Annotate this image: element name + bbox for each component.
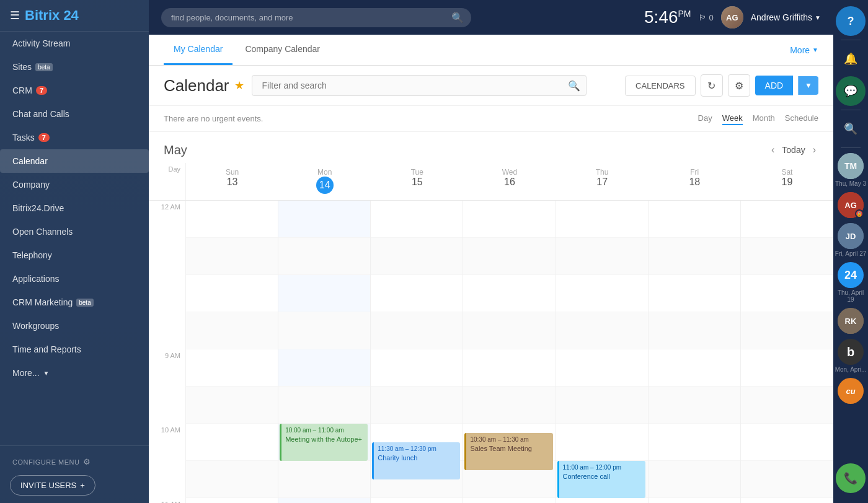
chat-button[interactable]: 💬	[836, 76, 866, 106]
flag-badge[interactable]: 🏳 0	[699, 13, 714, 22]
calendar-grid-scroll[interactable]: May ‹ Today › Day Sun 13 Mon 14	[149, 132, 833, 503]
event-conference-call[interactable]: 11:00 am – 12:00 pm Conference call	[557, 461, 645, 498]
activity-label-4: Thu, April 19	[833, 289, 868, 303]
avatar-6: b	[838, 339, 864, 365]
sidebar-item-telephony[interactable]: Telephony	[0, 243, 149, 267]
sidebar-item-open-channels[interactable]: Open Channels	[0, 220, 149, 243]
right-panel: ? 🔔 💬 🔍 TM Thu, May 3 AG	[833, 0, 868, 503]
divider2	[841, 110, 861, 110]
user-avatar[interactable]: AG	[721, 6, 743, 28]
refresh-button[interactable]: ↻	[701, 74, 723, 97]
add-button[interactable]: ADD	[755, 76, 794, 95]
add-dropdown-button[interactable]: ▼	[798, 76, 818, 95]
view-week[interactable]: Week	[722, 112, 743, 125]
prev-week-button[interactable]: ‹	[769, 142, 777, 158]
sidebar-item-more[interactable]: More... ▼	[0, 361, 149, 385]
calendar-header: Calendar ★ 🔍 CALENDARS ↻ ⚙ ADD ▼	[149, 66, 833, 106]
sidebar-item-calendar[interactable]: Calendar	[0, 149, 149, 173]
sidebar-item-applications[interactable]: Applications	[0, 267, 149, 291]
tab-company-calendar[interactable]: Company Calendar	[235, 35, 330, 65]
view-month[interactable]: Month	[753, 112, 775, 125]
event-meeting-autope[interactable]: 10:00 am – 11:00 am Meeting with the Aut…	[280, 424, 368, 461]
sidebar-item-label: CRM Marketing	[12, 297, 73, 307]
sidebar-item-label: Sites	[12, 62, 32, 72]
week-header-sat: Sat 19	[741, 163, 833, 200]
calendar-title: Calendar ★	[164, 76, 244, 95]
view-day[interactable]: Day	[698, 112, 712, 125]
day-num-mon: 14	[316, 177, 334, 194]
topbar: 🔍 5:46PM 🏳 0 AG Andrew Griffiths ▼	[149, 0, 833, 35]
view-schedule[interactable]: Schedule	[785, 112, 818, 125]
activity-item-4[interactable]: 24 Thu, April 19	[833, 260, 868, 305]
activity-item-7[interactable]: cu	[838, 375, 864, 406]
activity-item-5[interactable]: RK	[838, 305, 864, 336]
gear-icon: ⚙	[83, 457, 91, 466]
sidebar-item-workgroups[interactable]: Workgroups	[0, 314, 149, 338]
flag-count: 0	[709, 13, 714, 22]
week-header-wed: Wed 16	[463, 163, 556, 200]
favorite-star-icon[interactable]: ★	[234, 79, 244, 92]
day-col-fri	[649, 201, 741, 503]
calendar-container: My Calendar Company Calendar More ▼ Cale…	[149, 35, 833, 503]
search-right-button[interactable]: 🔍	[836, 114, 866, 144]
sidebar-item-label: Applications	[12, 274, 60, 284]
calendar-actions: CALENDARS ↻ ⚙ ADD ▼	[625, 74, 818, 97]
event-time: 11:00 am – 12:00 pm	[563, 463, 642, 472]
configure-menu-row[interactable]: CONFIGURE MENU ⚙	[10, 453, 139, 470]
tab-more[interactable]: More ▼	[790, 45, 818, 55]
filter-search: 🔍	[252, 75, 587, 96]
sidebar-item-label: Calendar	[12, 156, 48, 166]
user-name[interactable]: Andrew Griffiths ▼	[751, 12, 821, 22]
today-button[interactable]: Today	[782, 145, 805, 155]
flag-icon: 🏳	[699, 13, 707, 22]
sidebar-item-bitrix24drive[interactable]: Bitrix24.Drive	[0, 196, 149, 220]
main-content: 🔍 5:46PM 🏳 0 AG Andrew Griffiths ▼ My Ca…	[149, 0, 833, 503]
time-label-12am: 12 AM	[149, 201, 186, 238]
sidebar-item-label: Open Channels	[12, 227, 73, 237]
svg-text:RK: RK	[845, 317, 857, 326]
invite-users-button[interactable]: INVITE USERS +	[10, 475, 95, 496]
global-search-input[interactable]	[161, 8, 471, 27]
tab-my-calendar-label: My Calendar	[174, 44, 223, 54]
event-charity-lunch[interactable]: 11:30 am – 12:30 pm Charity lunch	[372, 442, 460, 479]
more-arrow-icon: ▼	[43, 370, 50, 377]
activity-item-2[interactable]: AG 🔒	[838, 190, 864, 221]
tab-my-calendar[interactable]: My Calendar	[164, 35, 232, 65]
week-header-sun: Sun 13	[186, 163, 278, 200]
sidebar-item-activity-stream[interactable]: Activity Stream	[0, 32, 149, 55]
sidebar-item-sites[interactable]: Sites beta	[0, 55, 149, 79]
phone-button[interactable]: 📞	[836, 463, 866, 493]
week-header-tue: Tue 15	[371, 163, 463, 200]
tab-more-icon: ▼	[812, 46, 818, 53]
divider1	[841, 40, 861, 40]
sidebar-item-time-and-reports[interactable]: Time and Reports	[0, 338, 149, 361]
hamburger-menu-icon[interactable]: ☰	[10, 9, 20, 22]
day-col-sat	[741, 201, 833, 503]
svg-text:TM: TM	[844, 161, 857, 171]
notifications-button[interactable]: 🔔	[836, 44, 866, 74]
help-button[interactable]: ?	[836, 6, 866, 36]
sidebar-item-crm-marketing[interactable]: CRM Marketing beta	[0, 291, 149, 314]
sidebar: ☰ Bitrix 24 Activity Stream Sites beta C…	[0, 0, 149, 503]
event-sales-team-meeting[interactable]: 10:30 am – 11:30 am Sales Team Meeting	[464, 433, 552, 470]
sidebar-item-tasks[interactable]: Tasks 7	[0, 126, 149, 149]
sidebar-item-chat-and-calls[interactable]: Chat and Calls	[0, 102, 149, 126]
sidebar-item-crm[interactable]: CRM 7	[0, 79, 149, 102]
sidebar-item-label: Activity Stream	[12, 38, 70, 48]
event-time: 11:30 am – 12:30 pm	[378, 445, 456, 453]
day-name-sun: Sun	[188, 168, 276, 177]
crm-badge: 7	[36, 86, 47, 95]
activity-item-1[interactable]: TM Thu, May 3	[835, 151, 866, 190]
sidebar-item-label: Time and Reports	[12, 344, 81, 354]
filter-search-input[interactable]	[252, 75, 587, 96]
next-week-button[interactable]: ›	[810, 142, 818, 158]
activity-label-3: Fri, April 27	[835, 250, 867, 257]
activity-item-3[interactable]: JD Fri, April 27	[835, 221, 867, 260]
settings-button[interactable]: ⚙	[728, 74, 750, 97]
avatar-image-3: JD	[838, 223, 864, 249]
time-label-empty4	[149, 387, 186, 424]
activity-item-6[interactable]: b Mon, Apri...	[835, 336, 867, 375]
calendars-button[interactable]: CALENDARS	[625, 76, 695, 96]
sidebar-item-company[interactable]: Company	[0, 173, 149, 196]
time-column: 12 AM 9 AM 10 AM 11 AM 12 PM 1 PM 2 PM	[149, 201, 186, 503]
